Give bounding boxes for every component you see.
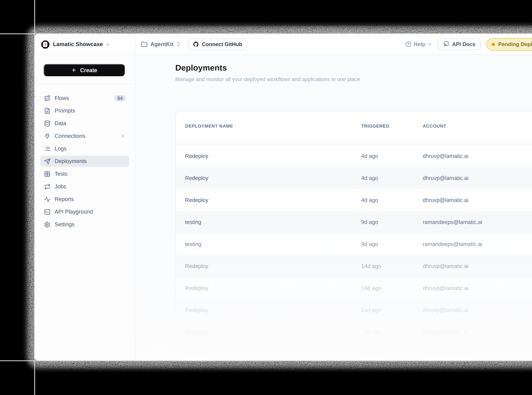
pending-deployments-pill[interactable]: Pending Deployments Deploy — [487, 38, 532, 50]
project-name: AgentKit — [150, 41, 173, 47]
table-row[interactable]: testing9d agoramandeeps@lamatic.ai17s — [176, 233, 532, 255]
deployment-name-cell: testing — [185, 219, 201, 225]
account-cell: dhruvp@lamatic.ai — [423, 197, 468, 203]
deployments-table-card: DEPLOYMENT NAME TRIGGERED ACCOUNT STATUS… — [175, 111, 532, 325]
table-row[interactable]: Redeploy14d agodhruvp@lamatic.ai20s — [176, 321, 532, 343]
triggered-cell: 14d ago — [361, 329, 381, 335]
triggered-cell: 14d ago — [361, 307, 381, 313]
create-button[interactable]: Create — [44, 64, 125, 76]
triggered-cell: 14d ago — [361, 263, 381, 269]
triggered-cell: 4d ago — [361, 175, 378, 181]
sidebar-nav: Flows54PromptsDataConnectionsLogsDeploym… — [40, 93, 129, 230]
deployment-name-cell: Redeploy — [185, 153, 208, 159]
help-menu[interactable]: Help — [405, 41, 432, 47]
prompts-icon — [44, 107, 50, 114]
sidebar-item-label: Connections — [55, 133, 85, 139]
sidebar-item-tests[interactable]: Tests — [40, 168, 129, 179]
chevron-down-icon — [105, 42, 110, 47]
sidebar-item-jobs[interactable]: Jobs — [40, 181, 129, 192]
triggered-cell: 9d ago — [361, 241, 378, 247]
table-row[interactable]: Redeploy14d agodhruvp@lamatic.ai15s — [176, 299, 532, 321]
triggered-cell: 14d ago — [361, 285, 381, 291]
sidebar-item-label: Settings — [55, 221, 75, 227]
jobs-icon — [44, 183, 50, 190]
app-window: Lamatic Showcase AgentKit — [35, 34, 532, 360]
triggered-cell: 14d ago — [361, 351, 381, 357]
sidebar-divider — [35, 84, 135, 84]
sidebar-item-label: Data — [55, 120, 66, 126]
sidebar-item-deployments[interactable]: Deployments — [40, 156, 129, 167]
table-row[interactable]: Redeploy14d agodhruvp@lamatic.ai17s — [176, 343, 532, 360]
data-icon — [44, 120, 50, 126]
page-title: Deployments — [175, 63, 227, 73]
account-cell: dhruvp@lamatic.ai — [423, 329, 468, 335]
table-row[interactable]: Redeploy4d agodhruvp@lamatic.ai13s — [176, 167, 532, 189]
account-cell: dhruvp@lamatic.ai — [423, 285, 468, 291]
api-icon — [44, 208, 50, 215]
chevron-right-icon — [120, 133, 126, 139]
table-row[interactable]: testing9d agoramandeeps@lamatic.ai23s — [176, 211, 532, 233]
sidebar-item-logs[interactable]: Logs — [40, 143, 129, 154]
topbar-right: Help API Docs Pending Deployments — [405, 38, 532, 50]
create-label: Create — [80, 67, 97, 73]
table-row[interactable]: Redeploy4d agodhruvp@lamatic.ai16s — [176, 145, 532, 167]
sidebar-item-api-playground[interactable]: API Playground — [40, 206, 129, 217]
sidebar-item-reports[interactable]: Reports — [40, 194, 129, 205]
plus-icon — [71, 67, 77, 73]
column-header-account: ACCOUNT — [423, 124, 446, 128]
triggered-cell: 4d ago — [361, 153, 378, 159]
account-cell: ramandeeps@lamatic.ai — [423, 219, 482, 225]
page-subtitle: Manage and monitor all your deployed wor… — [175, 76, 360, 82]
chevron-down-icon — [428, 42, 432, 46]
deployments-icon — [44, 158, 50, 165]
count-badge: 54 — [115, 95, 126, 101]
table-header-divider — [176, 143, 532, 145]
table-row[interactable]: Redeploy14d agodhruvp@lamatic.ai14s — [176, 255, 532, 277]
workspace-switcher[interactable]: Lamatic Showcase — [35, 34, 135, 54]
account-cell: dhruvp@lamatic.ai — [423, 263, 468, 269]
workspace-name: Lamatic Showcase — [53, 41, 103, 47]
account-cell: dhruvp@lamatic.ai — [423, 175, 468, 181]
folder-icon — [141, 41, 148, 47]
sidebar-item-prompts[interactable]: Prompts — [40, 105, 129, 116]
pending-deployments-label: Pending Deployments — [498, 41, 532, 47]
reports-icon — [44, 196, 50, 202]
chevrons-up-down-icon — [176, 42, 181, 47]
pending-dot-icon — [492, 43, 495, 46]
sidebar-item-label: API Playground — [55, 209, 93, 215]
sidebar-item-label: Jobs — [55, 183, 66, 190]
sidebar-item-label: Flows — [55, 95, 69, 101]
tests-icon — [44, 170, 50, 177]
deployment-name-cell: Redeploy — [185, 351, 208, 357]
sidebar-item-label: Tests — [55, 171, 67, 177]
help-circle-icon — [405, 41, 411, 47]
connect-github-button[interactable]: Connect GitHub — [188, 38, 247, 50]
account-cell: dhruvp@lamatic.ai — [423, 351, 468, 357]
logs-icon — [44, 145, 50, 152]
account-cell: ramandeeps@lamatic.ai — [423, 241, 482, 247]
triggered-cell: 4d ago — [361, 197, 378, 203]
sidebar-item-connections[interactable]: Connections — [40, 131, 129, 141]
sidebar-item-data[interactable]: Data — [40, 118, 129, 129]
deployment-name-cell: Redeploy — [185, 307, 208, 313]
sidebar-item-label: Reports — [55, 196, 74, 202]
help-label: Help — [414, 41, 425, 47]
table-header: DEPLOYMENT NAME TRIGGERED ACCOUNT STATUS… — [176, 112, 532, 143]
sidebar-item-flows[interactable]: Flows54 — [40, 93, 129, 104]
table-row[interactable]: Redeploy4d agodhruvp@lamatic.ai17s — [176, 189, 532, 211]
project-selector[interactable]: AgentKit — [141, 41, 181, 47]
table-row[interactable]: Redeploy14d agodhruvp@lamatic.ai15s — [176, 277, 532, 299]
lamatic-logo-icon — [41, 40, 50, 49]
flows-icon — [44, 95, 50, 101]
table-rows: Redeploy4d agodhruvp@lamatic.ai16sRedepl… — [176, 145, 532, 325]
sidebar-item-settings[interactable]: Settings — [40, 219, 129, 230]
column-header-deployment-name: DEPLOYMENT NAME — [185, 124, 233, 128]
deployment-name-cell: Redeploy — [185, 197, 208, 203]
deployment-name-cell: Redeploy — [185, 329, 208, 335]
topbar: Lamatic Showcase AgentKit — [35, 34, 532, 55]
api-docs-button[interactable]: API Docs — [438, 38, 481, 50]
triggered-cell: 9d ago — [361, 219, 378, 225]
github-icon — [193, 41, 199, 47]
settings-icon — [44, 221, 50, 228]
guide-line-bottom — [0, 360, 532, 361]
